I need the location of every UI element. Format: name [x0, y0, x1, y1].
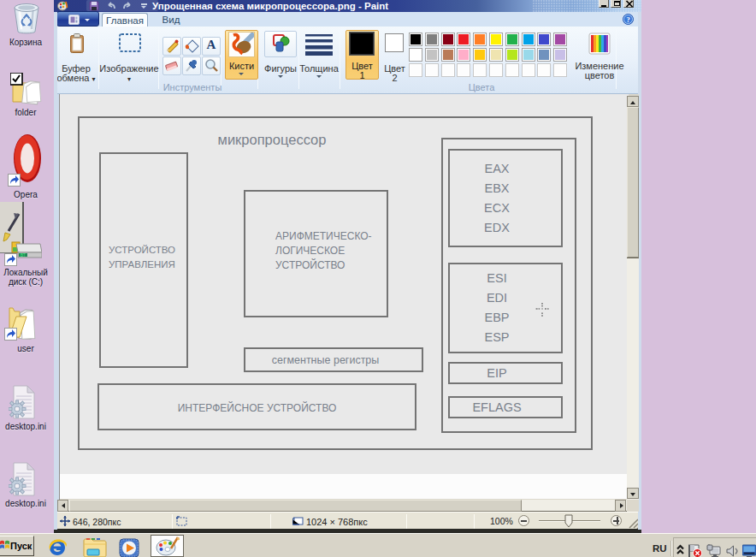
- svg-text:BT: BT: [21, 253, 26, 258]
- svg-text:?: ?: [626, 15, 629, 24]
